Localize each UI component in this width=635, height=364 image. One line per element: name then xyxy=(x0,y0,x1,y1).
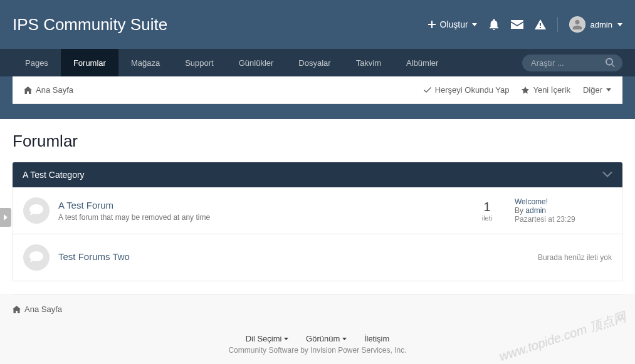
breadcrumb-actions: Herşeyi Okundu Yap Yeni İçerik Diğer xyxy=(424,85,611,95)
page-title: Forumlar xyxy=(13,132,622,151)
user-menu[interactable]: admin xyxy=(569,16,622,33)
category-header: A Test Category xyxy=(13,162,622,187)
last-post: Welcome!By adminPazartesi at 23:29 xyxy=(515,197,612,224)
breadcrumb-home[interactable]: Ana Sayfa xyxy=(24,85,73,95)
plus-icon xyxy=(428,21,436,28)
search-icon[interactable] xyxy=(606,58,615,68)
footer-breadcrumb: Ana Sayfa xyxy=(13,294,622,324)
forum-main: A Test ForumA test forum that may be rem… xyxy=(58,200,459,222)
header-right: Oluştur admin xyxy=(428,16,622,33)
post-count: 1 xyxy=(468,200,506,214)
forum-row: A Test ForumA test forum that may be rem… xyxy=(13,187,622,234)
site-logo[interactable]: IPS Community Suite xyxy=(13,15,167,34)
envelope-icon[interactable] xyxy=(511,20,523,29)
more-label: Diğer xyxy=(583,85,602,95)
nav-item-forumlar[interactable]: Forumlar xyxy=(61,49,118,76)
caret-down-icon xyxy=(606,88,611,91)
forum-list: A Test ForumA test forum that may be rem… xyxy=(13,187,622,281)
chevron-down-icon[interactable] xyxy=(602,172,612,178)
language-button[interactable]: Dil Seçimi xyxy=(246,334,289,343)
username: admin xyxy=(590,20,612,29)
no-posts: Burada henüz ileti yok xyxy=(515,253,612,262)
breadcrumb-home-label: Ana Sayfa xyxy=(36,85,73,95)
nav-item-albümler[interactable]: Albümler xyxy=(394,49,451,76)
subheader-wrap: Ana Sayfa Herşeyi Okundu Yap Yeni İçerik… xyxy=(0,76,635,119)
side-tab[interactable] xyxy=(0,208,11,227)
more-button[interactable]: Diğer xyxy=(583,85,611,95)
footer-copyright: Community Software by Invision Power Ser… xyxy=(13,346,622,364)
user-icon xyxy=(572,19,582,29)
home-icon xyxy=(24,86,32,94)
last-post-by: By admin xyxy=(515,206,546,215)
caret-down-icon xyxy=(342,338,347,340)
forum-stats: 1ileti xyxy=(468,200,506,222)
forum-name[interactable]: Test Forums Two xyxy=(58,251,506,262)
forum-description: A test forum that may be removed at any … xyxy=(58,213,210,222)
search-box xyxy=(522,55,622,71)
speech-bubble-icon xyxy=(23,197,50,224)
mark-read-label: Herşeyi Okundu Yap xyxy=(435,85,510,95)
header: IPS Community Suite Oluştur admin xyxy=(0,0,635,49)
nav-item-pages[interactable]: Pages xyxy=(13,49,61,76)
chevron-right-icon xyxy=(4,214,8,221)
caret-down-icon xyxy=(284,338,288,340)
create-label: Oluştur xyxy=(439,19,468,29)
last-post-user[interactable]: admin xyxy=(525,206,546,215)
footer-links: Dil Seçimi Görünüm İletişim xyxy=(13,324,622,346)
forum-row: Test Forums TwoBurada henüz ileti yok xyxy=(13,234,622,281)
speech-bubble-icon xyxy=(23,244,50,271)
nav-items: PagesForumlarMağazaSupportGünlüklerDosya… xyxy=(13,49,451,76)
contact-link[interactable]: İletişim xyxy=(364,334,389,343)
nav-item-günlükler[interactable]: Günlükler xyxy=(226,49,286,76)
nav-item-dosyalar[interactable]: Dosyalar xyxy=(286,49,343,76)
category-name[interactable]: A Test Category xyxy=(23,170,85,180)
mark-read-button[interactable]: Herşeyi Okundu Yap xyxy=(424,85,510,95)
footer-area: Ana Sayfa Dil Seçimi Görünüm İletişim Co… xyxy=(0,294,635,364)
caret-down-icon xyxy=(617,23,622,26)
last-post-title[interactable]: Welcome! xyxy=(515,197,612,206)
star-icon xyxy=(522,86,529,94)
warning-icon[interactable] xyxy=(535,19,546,29)
nav-item-mağaza[interactable]: Mağaza xyxy=(118,49,172,76)
new-content-button[interactable]: Yeni İçerik xyxy=(522,85,570,95)
bell-icon[interactable] xyxy=(488,19,500,30)
check-icon xyxy=(424,87,431,93)
last-post-time: Pazartesi at 23:29 xyxy=(515,215,575,224)
content: Forumlar A Test Category A Test ForumA t… xyxy=(0,119,635,294)
post-label: ileti xyxy=(468,214,506,222)
nav-item-support[interactable]: Support xyxy=(172,49,226,76)
forum-main: Test Forums Two xyxy=(58,251,506,264)
navbar: PagesForumlarMağazaSupportGünlüklerDosya… xyxy=(0,49,635,76)
nav-item-takvim[interactable]: Takvim xyxy=(344,49,394,76)
view-button[interactable]: Görünüm xyxy=(306,334,347,343)
new-content-label: Yeni İçerik xyxy=(533,85,570,95)
forum-name[interactable]: A Test Forum xyxy=(58,200,459,211)
divider xyxy=(557,17,558,32)
footer-breadcrumb-home[interactable]: Ana Sayfa xyxy=(13,304,622,314)
avatar xyxy=(569,16,585,33)
footer-home-label: Ana Sayfa xyxy=(24,304,62,314)
caret-down-icon xyxy=(472,23,477,26)
breadcrumb-bar: Ana Sayfa Herşeyi Okundu Yap Yeni İçerik… xyxy=(13,76,622,104)
home-icon xyxy=(13,306,21,313)
create-button[interactable]: Oluştur xyxy=(428,19,476,29)
